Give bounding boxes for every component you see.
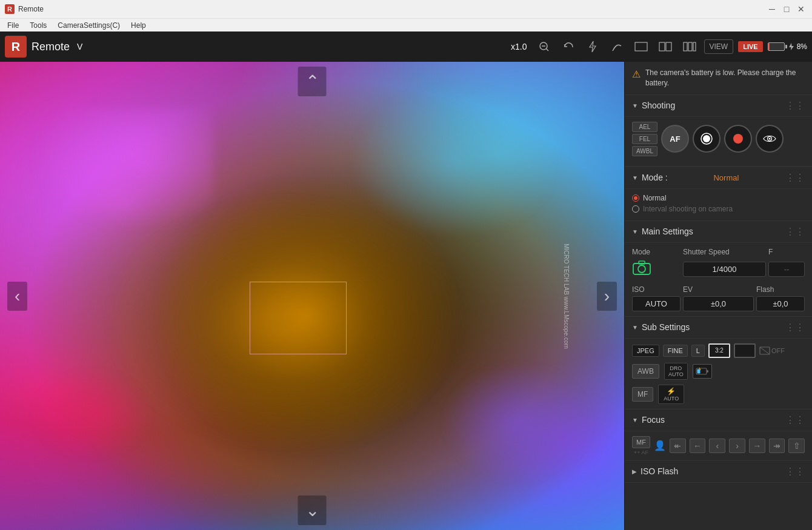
layout1-button[interactable] bbox=[631, 37, 651, 56]
menu-file[interactable]: File bbox=[2, 20, 24, 31]
shooting-drag-handle: ⋮⋮ bbox=[785, 100, 805, 111]
shooting-collapse-icon: ▼ bbox=[632, 102, 638, 109]
shooting-buttons-row: AEL FEL AWBL AF bbox=[632, 122, 805, 156]
flash-value[interactable]: ±0,0 bbox=[756, 296, 805, 311]
focus-section-header[interactable]: ▼ Focus ⋮⋮ bbox=[625, 409, 812, 431]
zoom-out-button[interactable] bbox=[534, 37, 554, 56]
ev-header: EV bbox=[683, 285, 754, 294]
right-panel: ⚠ The camera's battery is low. Please ch… bbox=[624, 62, 812, 530]
sub-row1: JPEG FINE L 3:2 OFF bbox=[632, 343, 805, 358]
label-stack: AEL FEL AWBL bbox=[632, 122, 657, 156]
undo-button[interactable] bbox=[559, 37, 578, 56]
iso-value[interactable]: AUTO bbox=[632, 296, 681, 311]
maximize-button[interactable]: □ bbox=[780, 4, 793, 15]
mf-af-label: ++ AF bbox=[634, 449, 648, 455]
window-controls: ─ □ ✕ bbox=[766, 4, 807, 15]
fine-tag[interactable]: FINE bbox=[663, 345, 688, 357]
awbl-tag[interactable]: AWBL bbox=[632, 146, 657, 156]
shooting-section-header[interactable]: ▼ Shooting ⋮⋮ bbox=[625, 95, 812, 117]
flash-button[interactable] bbox=[583, 37, 602, 56]
mode-interval-label: Interval shooting on camera bbox=[643, 205, 733, 213]
sub-settings-drag: ⋮⋮ bbox=[785, 322, 805, 333]
minimize-button[interactable]: ─ bbox=[766, 4, 778, 15]
nav-left-button[interactable]: ‹ bbox=[7, 282, 27, 311]
flash-header: Flash bbox=[756, 285, 805, 294]
settings-headers: Mode Shutter Speed F bbox=[632, 248, 805, 256]
shutter-row: 1/4000 -- bbox=[632, 260, 805, 279]
app-icon: R bbox=[5, 4, 15, 14]
mf-tag[interactable]: MF bbox=[632, 387, 653, 402]
svg-line-17 bbox=[760, 347, 770, 354]
eye-button[interactable] bbox=[756, 125, 784, 153]
fel-tag[interactable]: FEL bbox=[632, 134, 657, 144]
focus-drag: ⋮⋮ bbox=[785, 414, 805, 426]
svg-rect-7 bbox=[688, 42, 692, 51]
sub-settings-header[interactable]: ▼ Sub Settings ⋮⋮ bbox=[625, 317, 812, 339]
ev-value[interactable]: ±0,0 bbox=[683, 296, 754, 311]
iso-flash-section-header[interactable]: ▶ ISO Flash ⋮⋮ bbox=[625, 461, 812, 483]
capture-button[interactable] bbox=[693, 125, 720, 153]
close-button[interactable]: ✕ bbox=[795, 4, 807, 15]
focus-btn-small-back[interactable]: ‹ bbox=[709, 439, 725, 453]
focus-person-icon: 👤 bbox=[654, 440, 666, 451]
menu-camera-settings[interactable]: CameraSettings(C) bbox=[53, 20, 125, 31]
curve-button[interactable] bbox=[607, 37, 627, 56]
mode-section-header[interactable]: ▼ Mode : Normal ⋮⋮ bbox=[625, 167, 812, 189]
green-camera-icon bbox=[632, 260, 651, 279]
nav-up-button[interactable]: ⌃ bbox=[298, 67, 327, 96]
dro-auto-box[interactable]: DRO AUTO bbox=[664, 363, 688, 380]
af-button[interactable]: AF bbox=[661, 125, 689, 153]
awb-tag[interactable]: AWB bbox=[632, 364, 659, 379]
mode-interval-radio[interactable] bbox=[632, 205, 639, 213]
aspect-box[interactable]: 3:2 bbox=[708, 343, 730, 358]
focus-btn-up[interactable]: ⇧ bbox=[788, 439, 805, 453]
focus-btn-back[interactable]: ← bbox=[690, 439, 706, 453]
view-button[interactable]: VIEW bbox=[704, 39, 734, 54]
battery-warning: ⚠ The camera's battery is low. Please ch… bbox=[625, 62, 812, 95]
record-button[interactable] bbox=[724, 125, 752, 153]
shutter-value[interactable]: 1/4000 bbox=[683, 262, 766, 277]
focus-body: MF ++ AF 👤 ↞ ← ‹ › → ↠ ⇧ bbox=[625, 431, 812, 461]
focus-title: Focus bbox=[642, 415, 785, 425]
svg-line-1 bbox=[546, 49, 548, 51]
focus-btn-fast-fwd[interactable]: ↠ bbox=[769, 439, 785, 453]
menu-tools[interactable]: Tools bbox=[25, 20, 52, 31]
mf-focus-tag[interactable]: MF bbox=[632, 436, 650, 448]
svg-rect-6 bbox=[684, 42, 687, 51]
main-settings-title: Main Settings bbox=[642, 227, 785, 236]
ael-tag[interactable]: AEL bbox=[632, 122, 657, 132]
battery-box[interactable] bbox=[693, 364, 712, 379]
flash-auto-box[interactable]: ⚡ AUTO bbox=[658, 385, 684, 404]
focus-btn-fast-back[interactable]: ↞ bbox=[670, 439, 686, 453]
layout2-button[interactable] bbox=[656, 37, 675, 56]
focus-btn-small-fwd[interactable]: › bbox=[729, 439, 745, 453]
f-value[interactable]: -- bbox=[768, 262, 805, 277]
nav-down-button[interactable]: ⌄ bbox=[298, 495, 327, 525]
battery-percent: 8% bbox=[797, 42, 807, 51]
svg-rect-19 bbox=[707, 370, 708, 373]
focus-controls: MF ++ AF 👤 ↞ ← ‹ › → ↠ ⇧ bbox=[632, 436, 805, 455]
mode-col-header: Mode bbox=[632, 248, 681, 256]
focus-btn-fwd[interactable]: → bbox=[749, 439, 765, 453]
mode-normal-option[interactable]: Normal bbox=[632, 194, 805, 202]
title-bar: R Remote ─ □ ✕ bbox=[0, 0, 812, 18]
mode-normal-label: Normal bbox=[643, 194, 667, 202]
toolbar-logo: R bbox=[5, 36, 27, 58]
mode-normal-radio[interactable] bbox=[632, 194, 639, 202]
mode-options: Normal Interval shooting on camera bbox=[625, 189, 812, 221]
main-settings-header[interactable]: ▼ Main Settings ⋮⋮ bbox=[625, 221, 812, 243]
toolbar-v-icon: V bbox=[77, 42, 82, 51]
aspect-box2[interactable] bbox=[734, 343, 756, 358]
dro-off: OFF bbox=[759, 346, 785, 355]
jpeg-tag[interactable]: JPEG bbox=[632, 345, 659, 357]
mode-collapse-icon: ▼ bbox=[632, 174, 638, 181]
svg-rect-20 bbox=[697, 369, 700, 373]
main-content: MICRO TECH LAB www.LMscope.com ⌃ ⌄ ‹ › ⚠… bbox=[0, 62, 812, 530]
mode-interval-option[interactable]: Interval shooting on camera bbox=[632, 205, 805, 213]
iso-flash-title: ISO Flash bbox=[641, 466, 785, 476]
l-tag[interactable]: L bbox=[691, 345, 705, 357]
main-settings-body: Mode Shutter Speed F 1/4000 -- bbox=[625, 243, 812, 317]
layout3-button[interactable] bbox=[680, 37, 699, 56]
nav-right-button[interactable]: › bbox=[597, 282, 617, 311]
menu-help[interactable]: Help bbox=[126, 20, 151, 31]
